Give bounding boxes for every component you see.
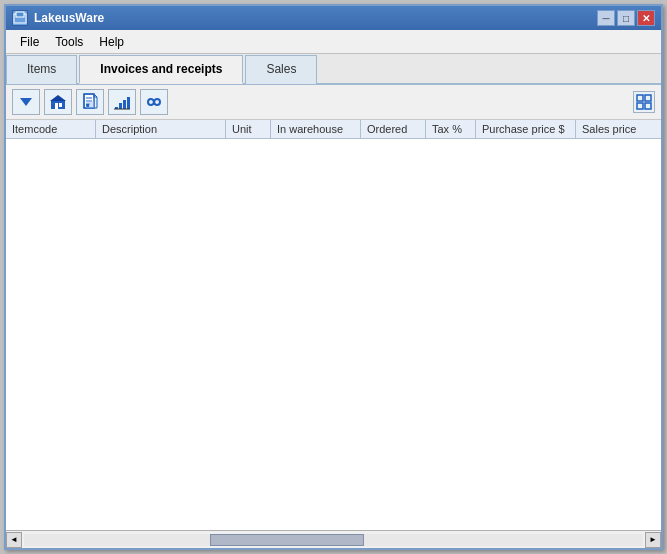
svg-rect-21 xyxy=(637,103,643,109)
svg-rect-19 xyxy=(637,95,643,101)
restore-button[interactable]: □ xyxy=(617,10,635,26)
svg-rect-22 xyxy=(645,103,651,109)
svg-rect-17 xyxy=(127,97,130,109)
warehouse-button[interactable] xyxy=(44,89,72,115)
scroll-track[interactable] xyxy=(24,534,643,546)
expand-icon xyxy=(636,94,652,110)
tab-items[interactable]: Items xyxy=(6,55,77,84)
window-controls: ─ □ ✕ xyxy=(597,10,655,26)
table-header: Itemcode Description Unit In warehouse O… xyxy=(6,120,661,139)
minimize-button[interactable]: ─ xyxy=(597,10,615,26)
svg-rect-6 xyxy=(59,103,62,107)
svg-marker-4 xyxy=(50,95,66,101)
infinity-icon xyxy=(145,93,163,111)
svg-rect-16 xyxy=(123,100,126,109)
tab-invoices[interactable]: Invoices and receipts xyxy=(79,55,243,84)
window-title: LakeusWare xyxy=(34,11,597,25)
menu-bar: File Tools Help xyxy=(6,30,661,54)
scroll-thumb[interactable] xyxy=(210,534,365,546)
main-window: LakeusWare ─ □ ✕ File Tools Help Items I… xyxy=(4,4,663,550)
content-area: Itemcode Description Unit In warehouse O… xyxy=(6,120,661,530)
col-header-tax: Tax % xyxy=(426,120,476,138)
col-header-warehouse: In warehouse xyxy=(271,120,361,138)
col-header-purchase: Purchase price $ xyxy=(476,120,576,138)
document-icon: ■ xyxy=(81,93,99,111)
svg-text:■: ■ xyxy=(86,102,90,108)
svg-rect-20 xyxy=(645,95,651,101)
chart-icon xyxy=(113,93,131,111)
svg-rect-5 xyxy=(55,103,58,109)
building-icon xyxy=(49,93,67,111)
title-bar: LakeusWare ─ □ ✕ xyxy=(6,6,661,30)
document-button[interactable]: ■ xyxy=(76,89,104,115)
toolbar: ■ xyxy=(6,85,661,120)
menu-file[interactable]: File xyxy=(12,33,47,51)
scroll-right-button[interactable]: ► xyxy=(645,532,661,548)
app-icon xyxy=(12,10,28,26)
expand-button[interactable] xyxy=(633,91,655,113)
tabs-bar: Items Invoices and receipts Sales xyxy=(6,54,661,85)
dropdown-button[interactable] xyxy=(12,89,40,115)
close-button[interactable]: ✕ xyxy=(637,10,655,26)
svg-rect-15 xyxy=(119,103,122,109)
col-header-ordered: Ordered xyxy=(361,120,426,138)
table-body[interactable] xyxy=(6,139,661,530)
svg-rect-1 xyxy=(16,12,24,17)
infinity-button[interactable] xyxy=(140,89,168,115)
col-header-sales: Sales price xyxy=(576,120,661,138)
menu-tools[interactable]: Tools xyxy=(47,33,91,51)
menu-help[interactable]: Help xyxy=(91,33,132,51)
col-header-description: Description xyxy=(96,120,226,138)
tab-sales[interactable]: Sales xyxy=(245,55,317,84)
scroll-left-button[interactable]: ◄ xyxy=(6,532,22,548)
dropdown-icon xyxy=(17,93,35,111)
chart-button[interactable] xyxy=(108,89,136,115)
col-header-unit: Unit xyxy=(226,120,271,138)
col-header-itemcode: Itemcode xyxy=(6,120,96,138)
horizontal-scrollbar[interactable]: ◄ ► xyxy=(6,530,661,548)
svg-marker-2 xyxy=(20,98,32,106)
